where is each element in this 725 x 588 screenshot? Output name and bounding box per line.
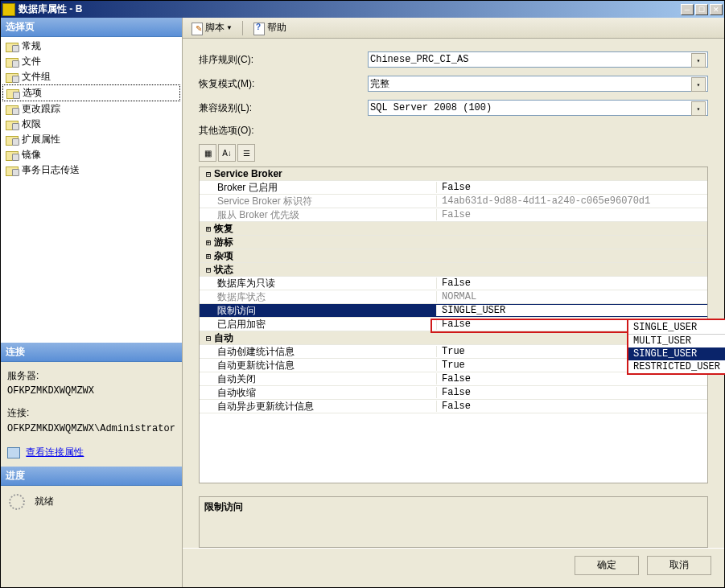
collation-value: Chinese_PRC_CI_AS: [370, 54, 468, 65]
expand-icon[interactable]: ⊞: [203, 224, 214, 233]
expand-icon[interactable]: ⊞: [203, 252, 214, 261]
progress-status: 就绪: [35, 495, 54, 508]
other-options-label: 其他选项(O):: [199, 124, 708, 138]
page-list: 常规 文件 文件组 选项 更改跟踪 权限 扩展属性 镜像 事务日志传送: [1, 37, 182, 343]
collapse-icon[interactable]: ⊟: [203, 265, 214, 274]
recovery-select[interactable]: 完整: [368, 76, 708, 92]
compat-select[interactable]: SQL Server 2008 (100): [368, 100, 708, 116]
page-icon: [6, 41, 19, 52]
collapse-icon[interactable]: ⊟: [203, 170, 214, 179]
dropdown-current[interactable]: SINGLE_USER: [628, 320, 725, 335]
page-icon: [6, 119, 19, 130]
progress-header: 进度: [1, 467, 182, 486]
sidebar-item-permissions[interactable]: 权限: [2, 117, 180, 132]
dialog-window: 数据库属性 - B ─ ☐ ✕ 选择页 常规 文件 文件组 选项 更改跟踪 权限…: [0, 0, 725, 588]
sidebar-item-changetracking[interactable]: 更改跟踪: [2, 101, 180, 117]
minimize-button[interactable]: ─: [681, 4, 694, 15]
toolbar-separator: [242, 21, 243, 35]
select-page-header: 选择页: [1, 18, 182, 37]
sidebar-item-extendedprops[interactable]: 扩展属性: [2, 132, 180, 147]
props-button[interactable]: ☰: [237, 144, 255, 162]
server-label: 服务器:: [7, 368, 175, 384]
maximize-button[interactable]: ☐: [695, 4, 708, 15]
script-label: 脚本: [205, 21, 225, 35]
description-panel: 限制访问: [199, 496, 708, 548]
categorize-button[interactable]: ▦: [199, 144, 216, 162]
prop-auto-shrink[interactable]: 自动收缩False: [200, 386, 707, 400]
connection-info: 服务器: OFKPZMKDXWQMZWX 连接: OFKPZMKDXWQMZWX…: [1, 362, 182, 467]
form-area: 排序规则(C): Chinese_PRC_CI_AS 恢复模式(M): 完整 兼…: [183, 39, 724, 490]
page-icon: [6, 150, 19, 161]
prop-broker-id: Service Broker 标识符14ab631d-9d88-4d11-a24…: [200, 195, 707, 208]
category-state[interactable]: ⊟状态: [200, 263, 707, 277]
sidebar: 选择页 常规 文件 文件组 选项 更改跟踪 权限 扩展属性 镜像 事务日志传送 …: [1, 18, 183, 587]
category-recovery[interactable]: ⊞恢复: [200, 222, 707, 236]
sidebar-item-label: 选项: [23, 86, 42, 100]
chevron-down-icon: ▼: [226, 24, 233, 31]
sidebar-item-label: 镜像: [22, 148, 41, 162]
titlebar: 数据库属性 - B ─ ☐ ✕: [1, 1, 724, 18]
sidebar-item-files[interactable]: 文件: [2, 54, 180, 69]
page-icon: [6, 72, 19, 83]
sidebar-item-options[interactable]: 选项: [2, 84, 180, 101]
script-button[interactable]: 脚本 ▼: [187, 19, 236, 36]
sidebar-item-label: 常规: [22, 39, 41, 53]
dialog-footer: 确定 取消: [183, 548, 724, 582]
recovery-label: 恢复模式(M):: [199, 77, 368, 91]
prop-broker-enabled[interactable]: Broker 已启用False: [200, 181, 707, 195]
connection-header: 连接: [1, 343, 182, 362]
spinner-icon: [9, 494, 25, 510]
category-misc[interactable]: ⊞杂项: [200, 249, 707, 263]
prop-restrict-access[interactable]: 限制访问SINGLE_USER: [200, 304, 707, 318]
page-icon: [6, 165, 19, 176]
recovery-value: 完整: [370, 77, 389, 91]
category-service-broker[interactable]: ⊟Service Broker: [200, 167, 707, 181]
category-cursor[interactable]: ⊞游标: [200, 236, 707, 249]
compat-value: SQL Server 2008 (100): [370, 102, 492, 113]
sidebar-item-label: 文件组: [22, 70, 51, 84]
grid-toolbar: ▦ A↓ ☰: [199, 142, 708, 167]
collation-select[interactable]: Chinese_PRC_CI_AS: [368, 51, 708, 68]
sidebar-item-general[interactable]: 常规: [2, 39, 180, 54]
sidebar-item-filegroups[interactable]: 文件组: [2, 69, 180, 84]
prop-auto-async-stats[interactable]: 自动异步更新统计信息False: [200, 400, 707, 413]
prop-readonly[interactable]: 数据库为只读False: [200, 277, 707, 290]
connection-props-icon: [7, 447, 20, 458]
description-title: 限制访问: [204, 500, 702, 514]
close-button[interactable]: ✕: [710, 4, 723, 15]
restrict-access-dropdown[interactable]: SINGLE_USER MULTI_USER SINGLE_USER RESTR…: [627, 319, 725, 375]
connection-label: 连接:: [7, 405, 175, 421]
cancel-button[interactable]: 取消: [647, 556, 711, 575]
help-icon: [253, 22, 266, 35]
progress-body: 就绪: [1, 486, 182, 518]
page-icon: [6, 56, 19, 68]
toolbar: 脚本 ▼ 帮助: [183, 18, 724, 39]
help-button[interactable]: 帮助: [249, 19, 290, 36]
sidebar-item-label: 文件: [22, 55, 41, 68]
script-icon: [191, 22, 204, 35]
connection-value: OFKPZMKDXWQMZWX\Administrator: [7, 421, 175, 437]
ok-button[interactable]: 确定: [575, 556, 639, 575]
expand-icon[interactable]: ⊞: [203, 238, 214, 247]
dropdown-option-single-user[interactable]: SINGLE_USER: [628, 347, 725, 360]
window-title: 数据库属性 - B: [19, 2, 681, 16]
sort-az-button[interactable]: A↓: [218, 144, 236, 162]
collation-label: 排序规则(C):: [199, 53, 368, 67]
sidebar-item-label: 扩展属性: [22, 133, 60, 146]
page-icon: [6, 104, 19, 115]
page-icon: [6, 88, 19, 99]
collapse-icon[interactable]: ⊟: [203, 334, 214, 343]
main-panel: 脚本 ▼ 帮助 排序规则(C): Chinese_PRC_CI_AS 恢复模式(…: [183, 18, 724, 587]
view-connection-link[interactable]: 查看连接属性: [26, 446, 84, 458]
dropdown-option-restricted-user[interactable]: RESTRICTED_USER: [628, 360, 725, 373]
sidebar-item-label: 权限: [22, 117, 41, 131]
dropdown-option-multi-user[interactable]: MULTI_USER: [628, 335, 725, 347]
sidebar-item-label: 更改跟踪: [22, 102, 60, 116]
server-value: OFKPZMKDXWQMZWX: [7, 384, 175, 399]
sidebar-item-logshipping[interactable]: 事务日志传送: [2, 162, 180, 178]
sidebar-item-mirroring[interactable]: 镜像: [2, 147, 180, 162]
prop-db-state: 数据库状态NORMAL: [200, 290, 707, 304]
compat-label: 兼容级别(L):: [199, 101, 368, 115]
page-icon: [6, 134, 19, 146]
prop-honor-priority: 服从 Broker 优先级False: [200, 208, 707, 222]
